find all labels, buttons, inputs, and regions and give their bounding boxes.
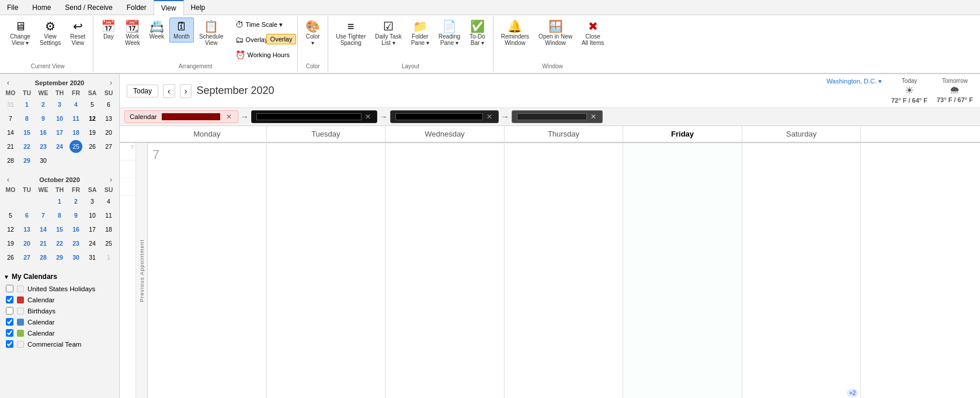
overlay-tab-4[interactable]: ✕: [512, 110, 603, 123]
mini-cal-day[interactable]: 1: [20, 98, 33, 111]
mini-cal-day[interactable]: 9: [69, 209, 82, 222]
mini-cal-day[interactable]: 23: [69, 237, 82, 250]
mini-cal-day[interactable]: 21: [4, 140, 17, 153]
overlay-button[interactable]: 🗂 Overlay: [231, 33, 272, 47]
mini-cal-day[interactable]: 11: [102, 209, 115, 222]
overlay-tab-calendar[interactable]: Calendar ✕: [124, 110, 238, 123]
september-next-button[interactable]: ›: [107, 79, 114, 87]
mini-cal-day[interactable]: 8: [53, 209, 66, 222]
mini-cal-day[interactable]: 9: [37, 112, 50, 125]
mini-cal-day[interactable]: 4: [69, 98, 82, 111]
work-week-button[interactable]: 📆 WorkWeek: [121, 18, 144, 49]
mini-cal-day[interactable]: 1: [102, 251, 115, 264]
mini-cal-day[interactable]: 31: [4, 98, 17, 111]
next-nav-button[interactable]: ›: [180, 84, 192, 98]
today-button[interactable]: Today: [127, 85, 158, 97]
mini-cal-day[interactable]: 14: [4, 126, 17, 139]
mini-cal-day[interactable]: 13: [102, 112, 115, 125]
overlay-tab-2[interactable]: ✕: [251, 110, 377, 123]
mini-cal-day[interactable]: 29: [53, 251, 66, 264]
mini-cal-day[interactable]: 6: [102, 98, 115, 111]
day-button[interactable]: 📅 Day: [97, 18, 120, 43]
calendar-item-calendar2[interactable]: Calendar: [2, 316, 117, 327]
view-settings-button[interactable]: ⚙ ViewSettings: [36, 18, 65, 49]
mini-cal-day[interactable]: 20: [102, 126, 115, 139]
mini-cal-day[interactable]: 28: [4, 154, 17, 167]
mini-cal-day[interactable]: 17: [53, 126, 66, 139]
mini-cal-day[interactable]: 21: [37, 237, 50, 250]
mini-cal-day[interactable]: 26: [4, 251, 17, 264]
mini-cal-day[interactable]: 25: [102, 237, 115, 250]
tab-folder[interactable]: Folder: [120, 0, 154, 15]
mini-cal-day[interactable]: 5: [86, 98, 99, 111]
mini-cal-day[interactable]: 5: [4, 209, 17, 222]
mini-cal-day[interactable]: 29: [20, 154, 33, 167]
mini-cal-day[interactable]: 1: [53, 195, 66, 208]
calendar-item-birthdays[interactable]: Birthdays: [2, 305, 117, 316]
mini-cal-day[interactable]: 20: [20, 237, 33, 250]
mini-cal-day[interactable]: 24: [86, 237, 99, 250]
mini-cal-day[interactable]: 15: [20, 126, 33, 139]
mini-cal-day[interactable]: 12: [86, 112, 99, 125]
overlay-arrow-3[interactable]: →: [499, 112, 512, 121]
mini-cal-day[interactable]: 8: [20, 112, 33, 125]
october-next-button[interactable]: ›: [107, 176, 114, 184]
open-new-window-button[interactable]: 🪟 Open in NewWindow: [534, 18, 576, 49]
calendar-item-commercial[interactable]: Commercial Team: [2, 338, 117, 350]
calendar-checkbox-calendar1[interactable]: [6, 296, 13, 303]
calendar-item-united[interactable]: United States Holidays: [2, 283, 117, 294]
close-all-items-button[interactable]: ✖ CloseAll Items: [578, 18, 608, 49]
week-button[interactable]: 📇 Week: [145, 18, 168, 43]
mini-cal-day[interactable]: 28: [37, 251, 50, 264]
overlay-arrow-2[interactable]: →: [377, 112, 390, 121]
mini-cal-day[interactable]: 12: [4, 223, 17, 236]
calendar-checkbox-united[interactable]: [6, 285, 13, 292]
to-do-bar-button[interactable]: ✅ To-DoBar ▾: [465, 18, 489, 49]
tab-home[interactable]: Home: [25, 0, 58, 15]
working-hours-button[interactable]: ⏰ Working Hours: [231, 48, 294, 62]
mini-cal-day[interactable]: 10: [86, 209, 99, 222]
mini-cal-day[interactable]: 30: [37, 154, 50, 167]
daily-task-list-button[interactable]: ☑ Daily TaskList ▾: [371, 18, 405, 49]
mini-cal-day[interactable]: 16: [69, 223, 82, 236]
mini-cal-day[interactable]: 11: [69, 112, 82, 125]
calendar-item-calendar1[interactable]: Calendar: [2, 294, 117, 305]
previous-appointment-bar[interactable]: Previous Appointment: [136, 143, 148, 398]
calendar-checkbox-birthdays[interactable]: [6, 307, 13, 315]
mini-cal-day[interactable]: 2: [69, 195, 82, 208]
mini-cal-day[interactable]: 27: [20, 251, 33, 264]
overlay-tab-4-close[interactable]: ✕: [589, 113, 597, 121]
mini-cal-day[interactable]: 14: [37, 223, 50, 236]
overlay-tab-3-close[interactable]: ✕: [485, 113, 494, 121]
october-prev-button[interactable]: ‹: [5, 176, 12, 184]
overlay-tab-3[interactable]: ✕: [390, 110, 499, 123]
mini-cal-day[interactable]: 26: [86, 140, 99, 153]
my-calendars-header[interactable]: ▼ My Calendars: [2, 270, 117, 283]
reminders-window-button[interactable]: 🔔 RemindersWindow: [497, 18, 533, 49]
mini-cal-day[interactable]: 3: [86, 195, 99, 208]
mini-cal-day[interactable]: 27: [102, 140, 115, 153]
mini-cal-day[interactable]: 7: [37, 209, 50, 222]
mini-cal-day[interactable]: 6: [20, 209, 33, 222]
mini-cal-day[interactable]: 22: [20, 140, 33, 153]
mini-cal-day[interactable]: 24: [53, 140, 66, 153]
mini-cal-today[interactable]: 25: [69, 140, 82, 153]
mini-cal-day[interactable]: 3: [53, 98, 66, 111]
mini-cal-day[interactable]: 22: [53, 237, 66, 250]
mini-cal-day[interactable]: 2: [37, 98, 50, 111]
location-selector[interactable]: Washington, D.C. ▾: [826, 78, 882, 104]
mini-cal-day[interactable]: 15: [53, 223, 66, 236]
mini-cal-day[interactable]: 19: [4, 237, 17, 250]
mini-cal-day[interactable]: 18: [69, 126, 82, 139]
mini-cal-day[interactable]: 23: [37, 140, 50, 153]
mini-cal-day[interactable]: 13: [20, 223, 33, 236]
color-button[interactable]: 🎨 Color▾: [301, 18, 324, 49]
reset-view-button[interactable]: ↩ ResetView: [66, 18, 89, 49]
mini-cal-day[interactable]: 30: [69, 251, 82, 264]
overlay-arrow-1[interactable]: →: [238, 112, 251, 121]
plus2-badge[interactable]: +2: [847, 389, 858, 397]
change-view-button[interactable]: 🖥 ChangeView ▾: [6, 18, 34, 49]
mini-cal-day[interactable]: 18: [102, 223, 115, 236]
tab-help[interactable]: Help: [184, 0, 213, 15]
mini-cal-day[interactable]: 4: [102, 195, 115, 208]
